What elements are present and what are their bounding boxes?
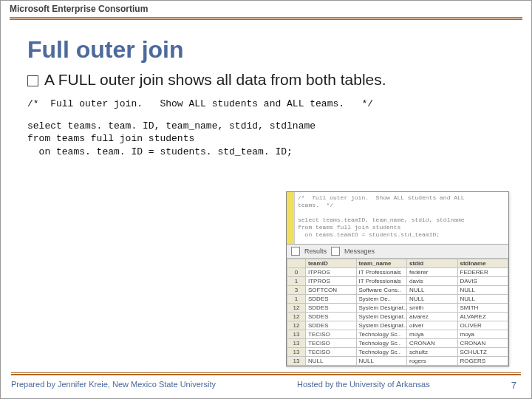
grid-cell: federer: [407, 268, 458, 277]
brand-label: Microsoft Enterprise Consortium: [10, 4, 522, 17]
table-row: 12SDDESSystem Designat..oliverOLIVER: [287, 321, 508, 330]
separator: [11, 374, 521, 375]
grid-cell: 0: [287, 268, 306, 277]
grid-cell: Technology Sc..: [356, 348, 407, 357]
grid-cell: moya: [407, 330, 458, 339]
grid-cell: SDDES: [306, 313, 357, 321]
header-band: Microsoft Enterprise Consortium: [1, 1, 531, 20]
grid-cell: ITPROS: [306, 268, 357, 277]
grid-cell: SCHULTZ: [457, 348, 508, 357]
sql-body: select teams. team. ID, team_name, stdid…: [27, 120, 531, 159]
page-number: 7: [511, 380, 516, 391]
footer-mid: Hosted by the University of Arkansas: [297, 380, 430, 391]
results-grid: teamIDteam_namestdidstdlname 0ITPROSIT P…: [287, 259, 508, 366]
grid-cell: CRONAN: [457, 339, 508, 348]
grid-cell: oliver: [407, 321, 458, 330]
grid-header: stdlname: [457, 259, 508, 268]
grid-cell: 12: [287, 313, 306, 321]
table-row: 3SOFTCONSoftware Cons..NULLNULL: [287, 286, 508, 295]
grid-cell: schultz: [407, 348, 458, 357]
grid-cell: TECISO: [306, 330, 357, 339]
grid-cell: NULL: [457, 286, 508, 295]
grid-icon: [291, 247, 300, 256]
grid-cell: SDDES: [306, 304, 357, 313]
table-row: 13TECISOTechnology Sc..schultzSCHULTZ: [287, 348, 508, 357]
grid-cell: OLIVER: [457, 321, 508, 330]
result-tabs: Results Messages: [287, 245, 508, 259]
grid-cell: 13: [287, 339, 306, 348]
grid-cell: System Designat..: [356, 321, 407, 330]
table-row: 13TECISOTechnology Sc..moyamoya: [287, 330, 508, 339]
grid-cell: SOFTCON: [306, 286, 357, 295]
grid-cell: TECISO: [306, 348, 357, 357]
grid-cell: 13: [287, 357, 306, 366]
grid-cell: NULL: [407, 286, 458, 295]
grid-cell: rogers: [407, 357, 458, 366]
grid-cell: davis: [407, 277, 458, 286]
grid-header: team_name: [356, 259, 407, 268]
separator: [11, 372, 521, 373]
tab-results: Results: [304, 248, 327, 255]
slide: Microsoft Enterprise Consortium Full out…: [0, 0, 532, 399]
grid-cell: DAVIS: [457, 277, 508, 286]
grid-cell: alvarez: [407, 313, 458, 321]
table-row: 0ITPROSIT ProfessionalsfedererFEDERER: [287, 268, 508, 277]
grid-cell: System De..: [356, 295, 407, 304]
square-bullet-icon: [27, 75, 38, 86]
editor-pane: /* full outer join. Show ALL students an…: [287, 192, 508, 245]
separator: [10, 18, 522, 20]
table-row: 13NULLNULLrogersROGERS: [287, 357, 508, 366]
grid-cell: NULL: [457, 295, 508, 304]
grid-cell: SDDES: [306, 295, 357, 304]
tab-messages: Messages: [344, 248, 375, 255]
results-screenshot: /* full outer join. Show ALL students an…: [286, 191, 509, 366]
footer: Prepared by Jennifer Kreie, New Mexico S…: [1, 368, 531, 398]
grid-cell: SDDES: [306, 321, 357, 330]
grid-header-row: teamIDteam_namestdidstdlname: [287, 259, 508, 268]
grid-header: teamID: [306, 259, 357, 268]
grid-cell: 13: [287, 330, 306, 339]
page-title: Full outer join: [27, 36, 531, 64]
table-row: 12SDDESSystem Designat..alvarezALVAREZ: [287, 313, 508, 321]
bullet-text: A FULL outer join shows all data from bo…: [44, 71, 386, 89]
grid-cell: NULL: [306, 357, 357, 366]
grid-cell: Technology Sc..: [356, 330, 407, 339]
grid-cell: Software Cons..: [356, 286, 407, 295]
grid-cell: IT Professionals: [356, 277, 407, 286]
grid-cell: ALVAREZ: [457, 313, 508, 321]
grid-cell: 13: [287, 348, 306, 357]
grid-cell: Technology Sc..: [356, 339, 407, 348]
grid-cell: SMITH: [457, 304, 508, 313]
message-icon: [331, 247, 340, 256]
grid-cell: ROGERS: [457, 357, 508, 366]
grid-cell: smith: [407, 304, 458, 313]
sql-comment: /* Full outer join. Show ALL students an…: [27, 98, 531, 111]
grid-cell: NULL: [407, 295, 458, 304]
grid-header: stdid: [407, 259, 458, 268]
editor-gutter: [287, 192, 295, 244]
editor-text: /* full outer join. Show ALL students an…: [295, 192, 468, 244]
grid-cell: moya: [457, 330, 508, 339]
grid-cell: 3: [287, 286, 306, 295]
table-row: 1SDDESSystem De..NULLNULL: [287, 295, 508, 304]
grid-cell: ITPROS: [306, 277, 357, 286]
grid-cell: System Designat..: [356, 304, 407, 313]
grid-cell: CRONAN: [407, 339, 458, 348]
grid-cell: TECISO: [306, 339, 357, 348]
grid-cell: FEDERER: [457, 268, 508, 277]
grid-cell: System Designat..: [356, 313, 407, 321]
separator: [10, 17, 522, 18]
grid-cell: IT Professionals: [356, 268, 407, 277]
grid-cell: NULL: [356, 357, 407, 366]
grid-cell: 1: [287, 277, 306, 286]
grid-cell: 12: [287, 321, 306, 330]
footer-left: Prepared by Jennifer Kreie, New Mexico S…: [11, 380, 216, 391]
table-row: 1ITPROSIT ProfessionalsdavisDAVIS: [287, 277, 508, 286]
table-row: 13TECISOTechnology Sc..CRONANCRONAN: [287, 339, 508, 348]
grid-cell: 1: [287, 295, 306, 304]
bullet-item: A FULL outer join shows all data from bo…: [27, 71, 531, 89]
table-row: 12SDDESSystem Designat..smithSMITH: [287, 304, 508, 313]
grid-header: [287, 259, 306, 268]
grid-cell: 12: [287, 304, 306, 313]
